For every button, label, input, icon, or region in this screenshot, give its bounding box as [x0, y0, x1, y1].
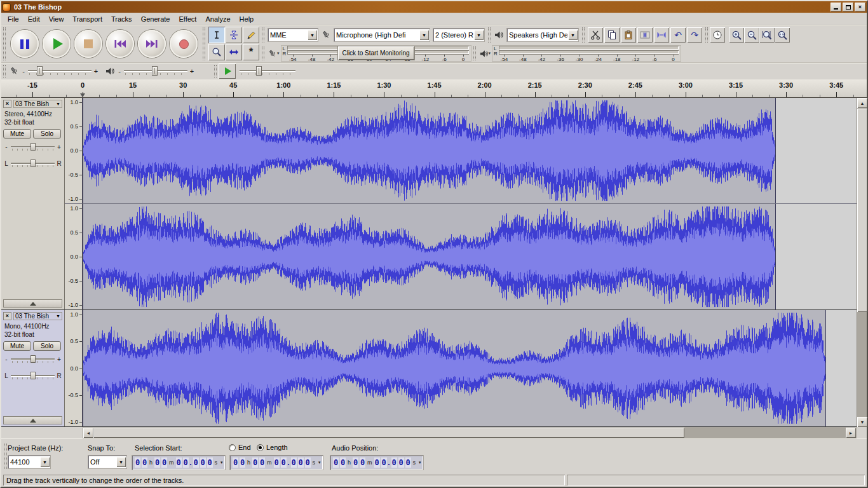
time-digit[interactable]: 0 [161, 458, 167, 468]
menu-transport[interactable]: Transport [68, 13, 107, 25]
selection-start-time[interactable]: 00h00m00.000s▾ [132, 456, 225, 470]
toolbar-grip[interactable] [705, 27, 708, 43]
paste-button[interactable] [621, 27, 636, 43]
time-shift-tool-button[interactable] [226, 44, 242, 60]
chevron-down-icon[interactable]: ▾ [220, 460, 223, 465]
recording-meter[interactable]: LR -54-48-42-36-30-24-18-12-60 Click to … [281, 45, 471, 62]
toolbar-grip[interactable] [473, 46, 476, 60]
scroll-right-button[interactable]: ► [846, 428, 856, 438]
zoom-tool-button[interactable] [208, 44, 225, 60]
chevron-down-icon[interactable]: ▼ [308, 30, 317, 40]
solo-button[interactable]: Solo [33, 341, 61, 351]
time-digit[interactable]: 0 [281, 458, 287, 468]
length-radio[interactable]: Length [257, 444, 288, 451]
slider-thumb[interactable] [37, 66, 43, 76]
horizontal-scrollbar[interactable]: ◄ ► [83, 427, 857, 438]
time-digit[interactable]: 0 [381, 458, 387, 468]
time-digit[interactable]: 0 [298, 458, 304, 468]
skip-to-start-button[interactable] [106, 30, 134, 58]
selection-tool-button[interactable] [208, 27, 225, 43]
slider-thumb[interactable] [31, 372, 36, 379]
vertical-ruler[interactable]: 1.00.50.0-0.5-1.0 [65, 310, 83, 426]
time-digit[interactable]: 0 [252, 458, 258, 468]
end-radio[interactable]: End [229, 444, 251, 451]
redo-button[interactable]: ↷ [687, 27, 702, 43]
time-digit[interactable]: . [388, 458, 391, 467]
start-monitoring-button[interactable]: Click to Start Monitoring [337, 46, 414, 60]
slider-groove[interactable] [238, 65, 297, 78]
radio-circle-icon[interactable] [257, 444, 264, 451]
pan-slider[interactable] [10, 158, 56, 168]
time-digit[interactable]: 0 [135, 458, 140, 468]
time-digit[interactable]: 0 [200, 458, 206, 468]
close-button[interactable]: × [855, 3, 865, 11]
recording-volume-slider[interactable]: - + [20, 64, 99, 79]
record-button[interactable] [170, 30, 198, 58]
copy-button[interactable] [604, 27, 620, 43]
toolbar-grip[interactable] [203, 27, 205, 60]
trim-audio-button[interactable] [637, 27, 653, 43]
slider-groove[interactable] [27, 65, 93, 78]
waveform-canvas[interactable] [83, 310, 857, 426]
timeline-ruler[interactable]: -1501530451:001:151:301:452:002:152:302:… [1, 79, 867, 98]
time-digit[interactable]: 0 [183, 458, 189, 468]
toolbar-grip[interactable] [3, 65, 6, 78]
gain-slider[interactable] [10, 142, 56, 152]
horizontal-scroll-thumb[interactable] [93, 428, 684, 438]
time-digit[interactable]: 0 [233, 458, 238, 468]
zoom-in-button[interactable] [729, 27, 744, 43]
scroll-down-button[interactable]: ▼ [857, 417, 867, 427]
playback-device-combo[interactable]: Speakers (High Definit▼ [507, 29, 578, 41]
pause-button[interactable] [11, 30, 39, 58]
slider-thumb[interactable] [31, 159, 36, 167]
time-digit[interactable]: 0 [353, 458, 358, 468]
play-at-speed-button[interactable] [219, 64, 236, 79]
time-digit[interactable]: 0 [305, 458, 311, 468]
slider-thumb[interactable] [152, 66, 158, 76]
toolbar-grip[interactable] [262, 27, 264, 43]
fit-selection-button[interactable] [759, 27, 775, 43]
draw-tool-button[interactable] [243, 27, 259, 43]
recording-device-combo[interactable]: Microphone (High Defi▼ [334, 29, 430, 41]
time-digit[interactable]: 0 [291, 458, 297, 468]
skip-to-end-button[interactable] [138, 30, 166, 58]
vertical-scroll-thumb[interactable] [857, 109, 867, 312]
gain-slider[interactable] [10, 354, 56, 364]
project-rate-combo[interactable]: 44100▼ [8, 456, 50, 468]
track-collapse-button[interactable] [3, 299, 62, 308]
track-control-panel[interactable]: × 03 The Bish▼ Mono, 44100Hz 32-bit floa… [1, 310, 65, 426]
track-name-menu[interactable]: 03 The Bish▼ [13, 100, 62, 108]
time-digit[interactable]: 0 [374, 458, 380, 468]
time-digit[interactable]: 0 [193, 458, 199, 468]
sync-lock-button[interactable] [710, 27, 725, 43]
toolbar-grip[interactable] [488, 27, 491, 43]
vertical-ruler[interactable]: 1.00.50.0-0.5-1.01.00.50.0-0.5-1.0 [65, 98, 83, 309]
time-digit[interactable]: 0 [340, 458, 346, 468]
menu-tracks[interactable]: Tracks [107, 13, 137, 25]
toolbar-grip[interactable] [214, 65, 217, 78]
time-digit[interactable]: 0 [176, 458, 182, 468]
menu-view[interactable]: View [44, 13, 69, 25]
chevron-down-icon[interactable]: ▼ [419, 30, 429, 40]
waveform-area[interactable] [83, 98, 857, 309]
chevron-down-icon[interactable]: ▾ [419, 460, 421, 465]
waveform-canvas[interactable] [83, 204, 857, 309]
mute-button[interactable]: Mute [3, 129, 31, 139]
track-close-button[interactable]: × [3, 100, 11, 108]
play-button[interactable] [43, 30, 71, 58]
time-digit[interactable]: 0 [360, 458, 365, 468]
undo-button[interactable]: ↶ [670, 27, 686, 43]
slider-groove[interactable] [123, 65, 189, 78]
selection-length-time[interactable]: 00h00m00.000s▾ [230, 456, 323, 470]
time-digit[interactable]: 0 [405, 458, 411, 468]
slider-thumb[interactable] [31, 355, 36, 363]
toolbar-grip[interactable] [262, 46, 264, 60]
menu-file[interactable]: File [3, 13, 24, 25]
title-bar[interactable]: 03 The Bishop × [1, 1, 867, 13]
solo-button[interactable]: Solo [33, 129, 61, 139]
menu-analyze[interactable]: Analyze [201, 13, 234, 25]
play-speed-slider[interactable] [238, 64, 297, 79]
toolbar-grip[interactable] [3, 27, 6, 60]
time-digit[interactable]: . [287, 458, 290, 467]
time-digit[interactable]: 0 [274, 458, 280, 468]
